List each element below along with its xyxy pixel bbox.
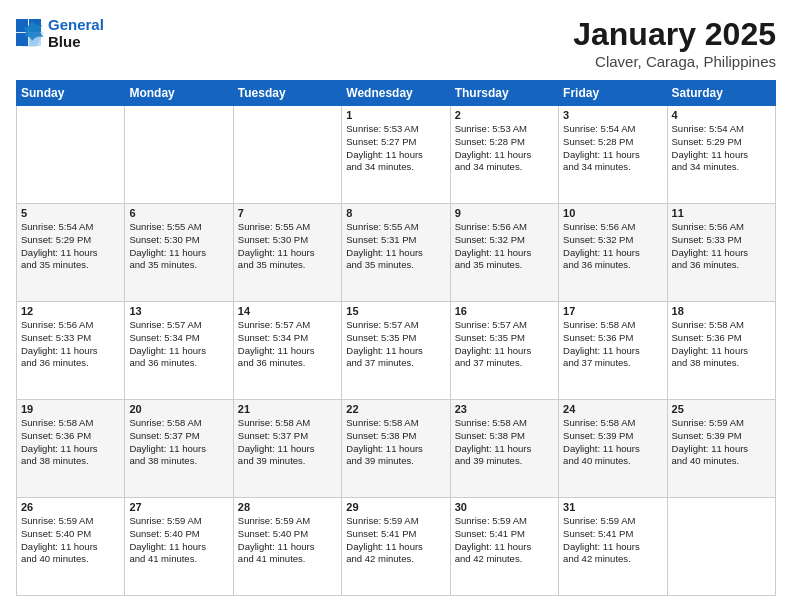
cal-cell: 12Sunrise: 5:56 AM Sunset: 5:33 PM Dayli… <box>17 302 125 400</box>
cal-cell: 30Sunrise: 5:59 AM Sunset: 5:41 PM Dayli… <box>450 498 558 596</box>
day-info: Sunrise: 5:58 AM Sunset: 5:36 PM Dayligh… <box>21 417 120 468</box>
cal-cell: 25Sunrise: 5:59 AM Sunset: 5:39 PM Dayli… <box>667 400 775 498</box>
day-info: Sunrise: 5:55 AM Sunset: 5:31 PM Dayligh… <box>346 221 445 272</box>
day-info: Sunrise: 5:58 AM Sunset: 5:37 PM Dayligh… <box>238 417 337 468</box>
cal-cell: 16Sunrise: 5:57 AM Sunset: 5:35 PM Dayli… <box>450 302 558 400</box>
cal-cell: 15Sunrise: 5:57 AM Sunset: 5:35 PM Dayli… <box>342 302 450 400</box>
cal-cell: 5Sunrise: 5:54 AM Sunset: 5:29 PM Daylig… <box>17 204 125 302</box>
day-number: 29 <box>346 501 445 513</box>
day-number: 12 <box>21 305 120 317</box>
day-number: 16 <box>455 305 554 317</box>
cal-cell: 8Sunrise: 5:55 AM Sunset: 5:31 PM Daylig… <box>342 204 450 302</box>
day-number: 4 <box>672 109 771 121</box>
cal-cell: 19Sunrise: 5:58 AM Sunset: 5:36 PM Dayli… <box>17 400 125 498</box>
cal-cell: 2Sunrise: 5:53 AM Sunset: 5:28 PM Daylig… <box>450 106 558 204</box>
calendar-table: SundayMondayTuesdayWednesdayThursdayFrid… <box>16 80 776 596</box>
weekday-header-friday: Friday <box>559 81 667 106</box>
day-info: Sunrise: 5:59 AM Sunset: 5:40 PM Dayligh… <box>238 515 337 566</box>
weekday-header-monday: Monday <box>125 81 233 106</box>
day-number: 17 <box>563 305 662 317</box>
day-number: 8 <box>346 207 445 219</box>
cal-cell: 4Sunrise: 5:54 AM Sunset: 5:29 PM Daylig… <box>667 106 775 204</box>
day-number: 18 <box>672 305 771 317</box>
day-number: 14 <box>238 305 337 317</box>
day-info: Sunrise: 5:58 AM Sunset: 5:37 PM Dayligh… <box>129 417 228 468</box>
cal-cell: 10Sunrise: 5:56 AM Sunset: 5:32 PM Dayli… <box>559 204 667 302</box>
weekday-header-sunday: Sunday <box>17 81 125 106</box>
day-number: 22 <box>346 403 445 415</box>
weekday-header-tuesday: Tuesday <box>233 81 341 106</box>
day-number: 5 <box>21 207 120 219</box>
cal-cell: 11Sunrise: 5:56 AM Sunset: 5:33 PM Dayli… <box>667 204 775 302</box>
day-info: Sunrise: 5:59 AM Sunset: 5:39 PM Dayligh… <box>672 417 771 468</box>
day-info: Sunrise: 5:57 AM Sunset: 5:35 PM Dayligh… <box>346 319 445 370</box>
day-info: Sunrise: 5:54 AM Sunset: 5:28 PM Dayligh… <box>563 123 662 174</box>
cal-cell <box>233 106 341 204</box>
cal-cell: 31Sunrise: 5:59 AM Sunset: 5:41 PM Dayli… <box>559 498 667 596</box>
day-info: Sunrise: 5:56 AM Sunset: 5:32 PM Dayligh… <box>563 221 662 272</box>
day-info: Sunrise: 5:59 AM Sunset: 5:40 PM Dayligh… <box>129 515 228 566</box>
week-row-3: 19Sunrise: 5:58 AM Sunset: 5:36 PM Dayli… <box>17 400 776 498</box>
day-info: Sunrise: 5:56 AM Sunset: 5:33 PM Dayligh… <box>21 319 120 370</box>
day-number: 20 <box>129 403 228 415</box>
cal-cell: 26Sunrise: 5:59 AM Sunset: 5:40 PM Dayli… <box>17 498 125 596</box>
day-info: Sunrise: 5:57 AM Sunset: 5:34 PM Dayligh… <box>129 319 228 370</box>
cal-cell: 17Sunrise: 5:58 AM Sunset: 5:36 PM Dayli… <box>559 302 667 400</box>
cal-cell: 18Sunrise: 5:58 AM Sunset: 5:36 PM Dayli… <box>667 302 775 400</box>
day-number: 10 <box>563 207 662 219</box>
cal-cell: 23Sunrise: 5:58 AM Sunset: 5:38 PM Dayli… <box>450 400 558 498</box>
day-info: Sunrise: 5:55 AM Sunset: 5:30 PM Dayligh… <box>238 221 337 272</box>
day-info: Sunrise: 5:56 AM Sunset: 5:32 PM Dayligh… <box>455 221 554 272</box>
week-row-1: 5Sunrise: 5:54 AM Sunset: 5:29 PM Daylig… <box>17 204 776 302</box>
cal-cell: 7Sunrise: 5:55 AM Sunset: 5:30 PM Daylig… <box>233 204 341 302</box>
cal-cell: 22Sunrise: 5:58 AM Sunset: 5:38 PM Dayli… <box>342 400 450 498</box>
week-row-2: 12Sunrise: 5:56 AM Sunset: 5:33 PM Dayli… <box>17 302 776 400</box>
day-info: Sunrise: 5:59 AM Sunset: 5:40 PM Dayligh… <box>21 515 120 566</box>
day-info: Sunrise: 5:58 AM Sunset: 5:36 PM Dayligh… <box>563 319 662 370</box>
day-number: 2 <box>455 109 554 121</box>
cal-cell <box>17 106 125 204</box>
weekday-header-row: SundayMondayTuesdayWednesdayThursdayFrid… <box>17 81 776 106</box>
calendar-subtitle: Claver, Caraga, Philippines <box>573 53 776 70</box>
logo: General Blue <box>16 16 104 51</box>
logo-icon <box>16 19 44 47</box>
day-info: Sunrise: 5:58 AM Sunset: 5:36 PM Dayligh… <box>672 319 771 370</box>
day-number: 27 <box>129 501 228 513</box>
cal-cell: 24Sunrise: 5:58 AM Sunset: 5:39 PM Dayli… <box>559 400 667 498</box>
day-info: Sunrise: 5:54 AM Sunset: 5:29 PM Dayligh… <box>21 221 120 272</box>
day-info: Sunrise: 5:59 AM Sunset: 5:41 PM Dayligh… <box>455 515 554 566</box>
cal-cell: 29Sunrise: 5:59 AM Sunset: 5:41 PM Dayli… <box>342 498 450 596</box>
cal-cell: 6Sunrise: 5:55 AM Sunset: 5:30 PM Daylig… <box>125 204 233 302</box>
day-info: Sunrise: 5:55 AM Sunset: 5:30 PM Dayligh… <box>129 221 228 272</box>
cal-cell: 3Sunrise: 5:54 AM Sunset: 5:28 PM Daylig… <box>559 106 667 204</box>
calendar-title: January 2025 <box>573 16 776 53</box>
day-number: 11 <box>672 207 771 219</box>
header: General Blue January 2025 Claver, Caraga… <box>16 16 776 70</box>
logo-blue: Blue <box>48 33 81 50</box>
cal-cell <box>667 498 775 596</box>
page: General Blue January 2025 Claver, Caraga… <box>0 0 792 612</box>
day-info: Sunrise: 5:59 AM Sunset: 5:41 PM Dayligh… <box>563 515 662 566</box>
day-info: Sunrise: 5:53 AM Sunset: 5:27 PM Dayligh… <box>346 123 445 174</box>
logo-text-block: General Blue <box>48 16 104 51</box>
day-number: 3 <box>563 109 662 121</box>
day-number: 21 <box>238 403 337 415</box>
day-info: Sunrise: 5:57 AM Sunset: 5:35 PM Dayligh… <box>455 319 554 370</box>
day-info: Sunrise: 5:57 AM Sunset: 5:34 PM Dayligh… <box>238 319 337 370</box>
day-info: Sunrise: 5:53 AM Sunset: 5:28 PM Dayligh… <box>455 123 554 174</box>
day-number: 30 <box>455 501 554 513</box>
day-info: Sunrise: 5:58 AM Sunset: 5:38 PM Dayligh… <box>346 417 445 468</box>
day-info: Sunrise: 5:54 AM Sunset: 5:29 PM Dayligh… <box>672 123 771 174</box>
day-number: 23 <box>455 403 554 415</box>
day-info: Sunrise: 5:56 AM Sunset: 5:33 PM Dayligh… <box>672 221 771 272</box>
day-number: 19 <box>21 403 120 415</box>
day-info: Sunrise: 5:59 AM Sunset: 5:41 PM Dayligh… <box>346 515 445 566</box>
day-number: 26 <box>21 501 120 513</box>
logo-general: General <box>48 16 104 33</box>
weekday-header-saturday: Saturday <box>667 81 775 106</box>
weekday-header-thursday: Thursday <box>450 81 558 106</box>
day-info: Sunrise: 5:58 AM Sunset: 5:38 PM Dayligh… <box>455 417 554 468</box>
day-number: 7 <box>238 207 337 219</box>
day-number: 9 <box>455 207 554 219</box>
day-number: 15 <box>346 305 445 317</box>
